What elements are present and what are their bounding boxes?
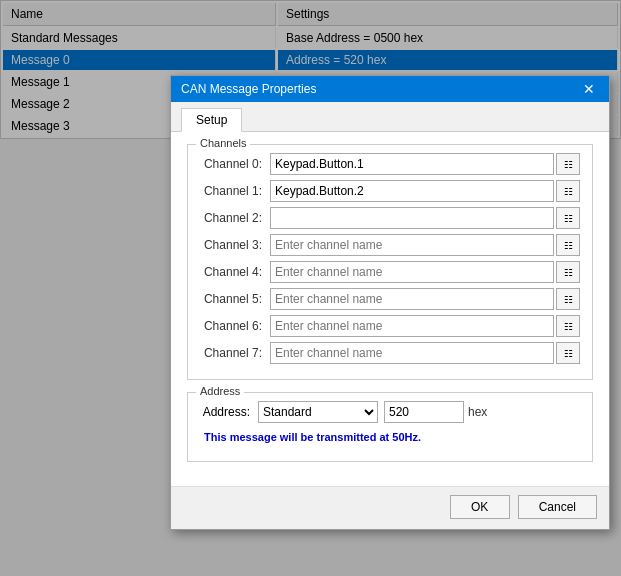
ok-button[interactable]: OK [450,495,510,519]
channel-3-browse-button[interactable]: ☷ [556,234,580,256]
channel-2-browse-button[interactable]: ☷ [556,207,580,229]
channel-1-input[interactable] [270,180,554,202]
tab-bar: Setup [171,102,609,132]
channel-5-browse-button[interactable]: ☷ [556,288,580,310]
freq-note: This message will be transmitted at 50Hz… [200,431,580,443]
channel-7-label: Channel 7: [200,346,270,360]
channel-7-browse-button[interactable]: ☷ [556,342,580,364]
channel-2-label: Channel 2: [200,211,270,225]
address-number-input[interactable] [384,401,464,423]
dialog-footer: OK Cancel [171,486,609,529]
dialog-close-button[interactable]: ✕ [579,82,599,96]
channel-4-label: Channel 4: [200,265,270,279]
channel-row: Channel 2:☷ [200,207,580,229]
channel-1-browse-button[interactable]: ☷ [556,180,580,202]
address-group: Address Address: StandardExtended hex Th… [187,392,593,462]
dialog-title: CAN Message Properties [181,82,316,96]
channel-4-input[interactable] [270,261,554,283]
address-row: Address: StandardExtended hex [200,401,580,423]
channel-4-browse-button[interactable]: ☷ [556,261,580,283]
channel-0-input[interactable] [270,153,554,175]
channel-5-label: Channel 5: [200,292,270,306]
channel-3-input[interactable] [270,234,554,256]
address-label: Address: [200,405,258,419]
channel-row: Channel 4:☷ [200,261,580,283]
channel-6-browse-button[interactable]: ☷ [556,315,580,337]
channel-1-label: Channel 1: [200,184,270,198]
channel-6-label: Channel 6: [200,319,270,333]
channel-0-label: Channel 0: [200,157,270,171]
channel-row: Channel 6:☷ [200,315,580,337]
channel-row: Channel 3:☷ [200,234,580,256]
can-message-properties-dialog: CAN Message Properties ✕ Setup Channels … [170,75,610,530]
channel-7-input[interactable] [270,342,554,364]
tab-setup[interactable]: Setup [181,108,242,132]
channel-2-input[interactable] [270,207,554,229]
dialog-titlebar: CAN Message Properties ✕ [171,76,609,102]
channel-5-input[interactable] [270,288,554,310]
channel-row: Channel 1:☷ [200,180,580,202]
address-group-title: Address [196,385,244,397]
hex-label: hex [468,405,487,419]
channel-row: Channel 5:☷ [200,288,580,310]
channel-row: Channel 7:☷ [200,342,580,364]
channel-0-browse-button[interactable]: ☷ [556,153,580,175]
channels-group-title: Channels [196,137,250,149]
channels-group: Channels Channel 0:☷Channel 1:☷Channel 2… [187,144,593,380]
channel-6-input[interactable] [270,315,554,337]
channel-row: Channel 0:☷ [200,153,580,175]
channel-3-label: Channel 3: [200,238,270,252]
dialog-body: Channels Channel 0:☷Channel 1:☷Channel 2… [171,132,609,486]
cancel-button[interactable]: Cancel [518,495,597,519]
address-type-select[interactable]: StandardExtended [258,401,378,423]
